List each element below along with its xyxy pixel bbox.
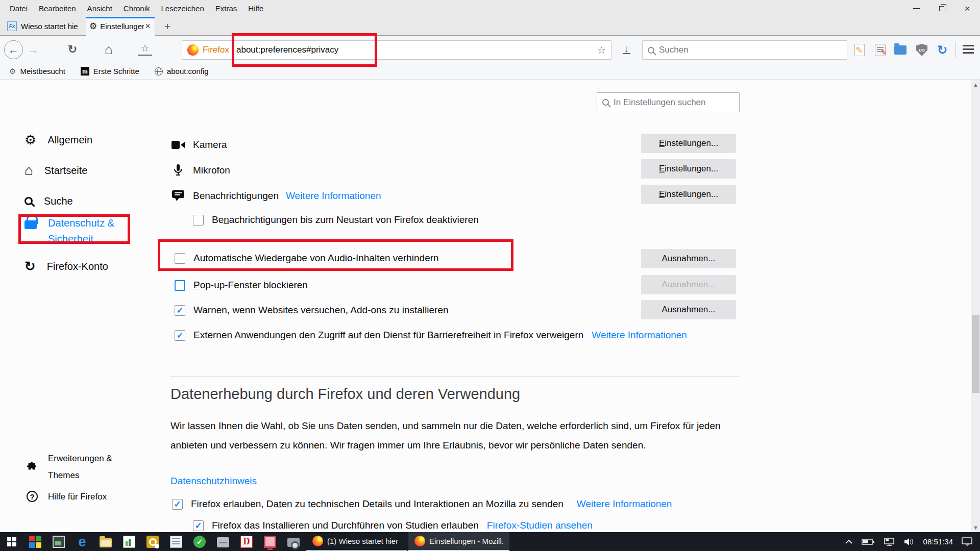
tab-wieso-startet[interactable]: Fx Wieso startet hier... — [4, 17, 83, 36]
forward-button[interactable]: → — [27, 43, 40, 57]
page-scrollbar[interactable]: ▲ ▼ — [971, 80, 980, 532]
url-bar[interactable]: Firefox about:preferences#privacy ☆ — [182, 40, 611, 60]
search-bar[interactable] — [642, 40, 847, 60]
preferences-search[interactable] — [597, 92, 740, 112]
taskbar-app-dictionary[interactable]: D — [235, 532, 258, 551]
scroll-down-icon[interactable]: ▼ — [971, 522, 980, 532]
checkbox-unchecked-focused[interactable] — [175, 280, 185, 291]
tab-close-icon[interactable]: × — [145, 21, 151, 32]
home-button[interactable]: ⌂ — [101, 41, 116, 58]
accessibility-info-link[interactable]: Weitere Informationen — [592, 330, 687, 341]
sidebar-item-allgemein[interactable]: ⚙ Allgemein — [24, 130, 92, 150]
telemetry-info-link[interactable]: Weitere Informationen — [577, 498, 672, 510]
taskbar-app-monitor[interactable] — [47, 532, 70, 551]
preferences-search-input[interactable] — [614, 97, 734, 108]
new-tab-button[interactable]: + — [160, 19, 175, 34]
notifications-settings-button[interactable]: Einstellungen... — [641, 185, 736, 204]
taskbar-app-antivirus[interactable]: ✓ — [188, 532, 211, 551]
minimize-button[interactable] — [903, 0, 929, 17]
addons-exceptions-button[interactable]: Ausnahmen... — [641, 300, 736, 319]
menu-bearbeiten[interactable]: Bearbeiten — [33, 4, 82, 13]
start-button[interactable] — [0, 532, 23, 551]
sidebar-item-erweiterungen-themes[interactable]: Erweiterungen & Themes — [27, 450, 119, 484]
taskbar-app-notes[interactable] — [164, 532, 188, 551]
microphone-settings-button[interactable]: Einstellungen... — [641, 159, 736, 179]
checkbox-unchecked[interactable] — [175, 253, 185, 264]
downloads-button[interactable]: ↓ — [619, 42, 634, 57]
notifications-label: Benachrichtigungen — [193, 190, 279, 202]
clock[interactable]: 08:51:34 — [923, 537, 953, 546]
back-button[interactable]: ← — [4, 40, 23, 59]
studies-link[interactable]: Firefox-Studien ansehen — [487, 520, 593, 531]
notifications-info-link[interactable]: Weitere Informationen — [286, 190, 381, 202]
addons-warn-label[interactable]: Warnen, wenn Websites versuchen, Add-ons… — [193, 305, 449, 316]
camera-settings-button[interactable]: Einstellungen... — [641, 134, 736, 153]
autoplay-label[interactable]: Automatische Wiedergabe von Audio-Inhalt… — [193, 253, 439, 264]
tab-einstellungen[interactable]: ⚙ Einstellungen × — [86, 17, 155, 36]
bookmark-about-config[interactable]: about:config — [155, 67, 209, 76]
url-text[interactable]: about:preferences#privacy — [236, 45, 338, 55]
tray-chevron-up-icon[interactable] — [845, 539, 853, 544]
telemetry-label[interactable]: Firefox erlauben, Daten zu technischen D… — [191, 498, 564, 510]
battery-icon[interactable] — [862, 538, 875, 545]
network-icon[interactable] — [884, 538, 895, 546]
menu-hilfe[interactable]: Hilfe — [242, 4, 269, 13]
reload-button[interactable]: ↻ — [65, 42, 80, 57]
key-icon — [146, 536, 159, 548]
menu-hamburger-icon[interactable] — [963, 45, 974, 46]
taskbar-app-explorer[interactable] — [94, 532, 117, 551]
menu-chronik[interactable]: Chronik — [118, 4, 156, 13]
sidebar-item-hilfe[interactable]: ? Hilfe für Firefox — [27, 486, 107, 507]
sidebar-item-datenschutz-sicherheit[interactable]: Datenschutz & Sicherheit — [24, 215, 130, 248]
popup-block-label[interactable]: Pop-up-Fenster blockieren — [193, 280, 308, 291]
toolbar-separator — [955, 42, 956, 58]
script-extension-button[interactable] — [873, 43, 887, 57]
sidebar-label: Hilfe für Firefox — [48, 488, 107, 505]
taskbar-app-keepass[interactable] — [141, 532, 164, 551]
taskbar-app-drive[interactable] — [211, 532, 235, 551]
checkbox-checked[interactable] — [193, 520, 204, 531]
folder-extension-button[interactable] — [893, 43, 908, 57]
notification-center-icon[interactable] — [962, 537, 973, 546]
bookmark-erste-schritte[interactable]: m Erste Schritte — [81, 67, 139, 76]
checkbox-checked[interactable] — [172, 499, 183, 510]
menu-lesezeichen[interactable]: Lesezeichen — [156, 4, 210, 13]
scroll-up-icon[interactable]: ▲ — [971, 80, 980, 89]
autoplay-exceptions-button[interactable]: Ausnahmen... — [641, 249, 736, 268]
taskbar-window-wieso-startet[interactable]: (1) Wieso startet hier ... — [306, 532, 407, 551]
scrollbar-thumb[interactable] — [972, 315, 979, 393]
note-extension-button[interactable] — [852, 43, 867, 57]
monitor-chart-icon — [53, 536, 65, 548]
taskbar-app-report[interactable] — [117, 532, 141, 551]
taskbar-app-snipping[interactable] — [282, 532, 305, 551]
menu-datei[interactable]: Datei — [4, 4, 33, 13]
url-badge-label: Firefox — [203, 45, 229, 55]
notifications-pause-label[interactable]: Benachrichtigungen bis zum Neustart von … — [212, 214, 479, 226]
gear-icon: ⚙ — [24, 132, 36, 148]
taskbar-app-remote[interactable] — [258, 532, 282, 551]
checkbox-checked[interactable] — [175, 330, 185, 341]
menu-extras[interactable]: Extras — [210, 4, 243, 13]
privacy-notice-link[interactable]: Datenschutzhinweis — [170, 475, 257, 487]
accessibility-label[interactable]: Externen Anwendungen den Zugriff auf den… — [193, 330, 583, 341]
sidebar-item-suche[interactable]: Suche — [24, 191, 73, 211]
sync-extension-button[interactable]: ↻ — [935, 43, 949, 57]
red-monitor-icon — [264, 536, 276, 548]
sidebar-item-firefox-konto[interactable]: ↻ Firefox-Konto — [24, 256, 108, 277]
checkbox-unchecked[interactable] — [193, 215, 204, 226]
taskbar-app-grid[interactable] — [23, 532, 47, 551]
taskbar-app-edge[interactable]: e — [70, 532, 94, 551]
bookmarks-toolbar-button[interactable]: ☆ — [138, 42, 152, 56]
speaker-icon[interactable] — [903, 538, 915, 546]
checkbox-checked[interactable] — [175, 305, 185, 316]
sidebar-item-startseite[interactable]: ⌂ Startseite — [24, 160, 87, 181]
close-button[interactable]: × — [954, 0, 980, 17]
search-input[interactable] — [659, 45, 842, 55]
bookmark-star-icon[interactable]: ☆ — [597, 44, 606, 56]
bookmark-meistbesucht[interactable]: ⚙ Meistbesucht — [9, 67, 65, 76]
studies-label[interactable]: Firefox das Installieren und Durchführen… — [212, 520, 479, 531]
menu-ansicht[interactable]: Ansicht — [82, 4, 118, 13]
taskbar-window-einstellungen[interactable]: Einstellungen - Mozill... — [408, 532, 509, 551]
restore-button[interactable] — [929, 0, 954, 17]
ublock-extension-button[interactable]: UO — [915, 43, 929, 57]
